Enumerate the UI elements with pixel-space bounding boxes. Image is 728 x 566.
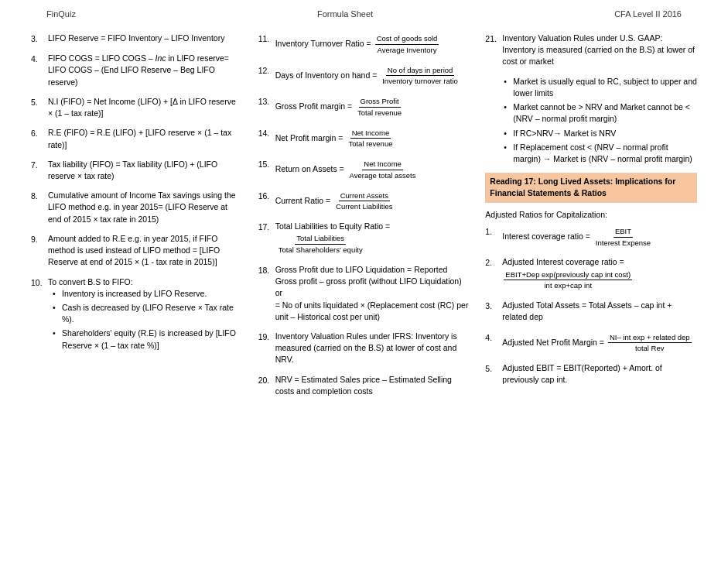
list-item: 15. Return on Assets = Net Income Averag… (258, 158, 470, 182)
list-item: 8. Cumulative amount of Income Tax savin… (31, 190, 243, 225)
list-item: 4. FIFO COGS = LIFO COGS – Inc in LIFO r… (31, 53, 243, 88)
list-item: 6. R.E (FIFO) = R.E (LIFO) + [LIFO reser… (31, 127, 243, 150)
content: 3. LIFO Reserve = FIFO Inventory – LIFO … (0, 25, 728, 413)
reading-header: Reading 17: Long Lived Assets: Implicati… (485, 173, 697, 202)
list-item: 4. Adjusted Net Profit Margin = NI– int … (485, 331, 697, 355)
fraction: Gross Profit Total revenue (356, 96, 403, 118)
column-3: 21. Inventory Valuation Rules under U.S.… (477, 33, 713, 405)
list-item: 11. Inventory Turnover Ratio = Cost of g… (258, 33, 470, 57)
list-item: If Replacement cost < (NRV – normal prof… (504, 142, 697, 165)
list-item: 14. Net Profit margin = Net Income Total… (258, 127, 470, 151)
list-item: 9. Amount added to R.E e.g. in year 2015… (31, 233, 243, 269)
list-item: 17. Total Liabilities to Equity Ratio = … (258, 221, 470, 256)
list-item: 13. Gross Profit margin = Gross Profit T… (258, 95, 470, 119)
list-item: 16. Current Ratio = Current Assets Curre… (258, 190, 470, 214)
column-1: 3. LIFO Reserve = FIFO Inventory – LIFO … (15, 33, 251, 405)
list-item: Market cannot be > NRV and Market cannot… (504, 101, 697, 125)
list-item: 19. Inventory Valuation Rules under IFRS… (258, 331, 470, 366)
fraction: Net Income Total revenue (347, 128, 394, 150)
adjusted-ratios-header: Adjusted Ratios for Capitalization: (485, 209, 697, 221)
fraction: Net Income Average total assets (348, 159, 418, 181)
fraction: NI– int exp + related dep total Rev (608, 332, 692, 355)
bullet-list: Inventory is increased by LIFO Reserve. … (48, 288, 243, 352)
fraction: EBIT Interest Expense (594, 226, 652, 249)
list-item: 3. Adjusted Total Assets = Total Assets … (485, 300, 697, 323)
fraction: EBIT+Dep exp(previously cap int cost) in… (504, 269, 632, 292)
list-item: 12. Days of Inventory on hand = No of da… (258, 64, 470, 88)
fraction: No of days in period Inventory turnover … (381, 65, 460, 87)
header-right: CFA Level II 2016 (614, 9, 682, 19)
list-item: 18. Gross Profit due to LIFO Liquidation… (258, 264, 470, 323)
list-item: 3. LIFO Reserve = FIFO Inventory – LIFO … (31, 33, 243, 45)
list-item: 2. Adjusted Interest coverage ratio = EB… (485, 256, 697, 292)
bullet-list-col3: Market is usually equal to RC, subject t… (499, 76, 697, 166)
list-item: 5. Adjusted EBIT = EBIT(Reported) + Amor… (485, 362, 697, 386)
header-center: Formula Sheet (317, 9, 373, 19)
list-item: 1. Interest coverage ratio = EBIT Intere… (485, 225, 697, 249)
header-left: FinQuiz (46, 9, 76, 19)
list-item: Market is usually equal to RC, subject t… (504, 76, 697, 99)
list-item: Cash is decreased by (LIFO Reserve × Tax… (53, 302, 243, 325)
list-item: Inventory is increased by LIFO Reserve. (53, 288, 243, 300)
list-item: Shareholders' equity (R.E) is increased … (53, 328, 243, 351)
list-item: If RC>NRV→ Market is NRV (504, 128, 697, 139)
fraction: Current Assets Current Liabilities (334, 190, 394, 213)
fraction: Cost of goods sold Average Inventory (375, 33, 439, 56)
list-item: 5. N.I (FIFO) = Net Income (LIFO) + [Δ i… (31, 96, 243, 119)
list-item: 7. Tax liability (FIFO) = Tax liability … (31, 159, 243, 182)
fraction: Total Liabilities Total Shareholders' eq… (277, 233, 364, 256)
list-item: 10. To convert B.S to FIFO: Inventory is… (31, 276, 243, 354)
column-2: 11. Inventory Turnover Ratio = Cost of g… (251, 33, 478, 405)
header: FinQuiz Formula Sheet CFA Level II 2016 (0, 0, 728, 25)
page: FinQuiz Formula Sheet CFA Level II 2016 … (0, 0, 728, 566)
list-item: 21. Inventory Valuation Rules under U.S.… (485, 33, 697, 68)
list-item: 20. NRV = Estimated Sales price – Estima… (258, 374, 470, 397)
